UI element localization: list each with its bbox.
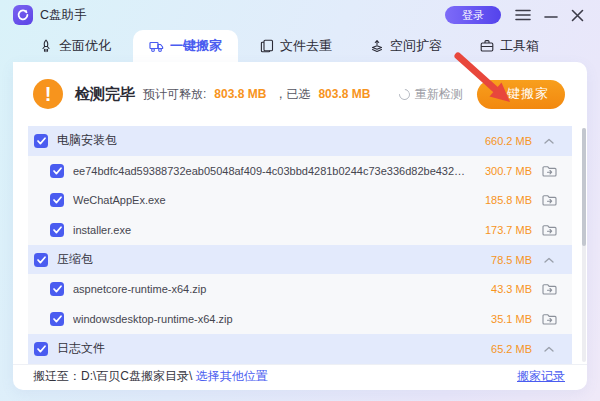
category-size: 660.2 MB — [468, 135, 532, 147]
file-name: windowsdesktop-runtime-x64.zip — [73, 313, 468, 325]
file-size: 185.8 MB — [468, 194, 532, 206]
file-row[interactable]: installer.exe 173.7 MB — [28, 215, 572, 245]
main-panel: ! 检测完毕 预计可释放: 803.8 MB ，已选 803.8 MB 重新检测… — [13, 62, 587, 390]
category-row[interactable]: 压缩包 78.5 MB — [28, 245, 572, 275]
scan-status: 检测完毕 — [75, 85, 135, 104]
expand-icon — [370, 39, 384, 53]
file-name: WeChatAppEx.exe — [73, 194, 468, 206]
app-logo-icon — [13, 5, 33, 25]
file-name: aspnetcore-runtime-x64.zip — [73, 283, 468, 295]
app-title: C盘助手 — [40, 7, 87, 24]
file-row[interactable]: windowsdesktop-runtime-x64.zip 35.1 MB — [28, 304, 572, 334]
checkbox-checked[interactable] — [50, 223, 64, 237]
dedupe-doc-icon — [260, 39, 274, 53]
selected-label: ，已选 — [274, 86, 310, 103]
category-size: 65.2 MB — [468, 343, 532, 355]
move-history-link[interactable]: 搬家记录 — [517, 369, 565, 383]
chevron-up-icon[interactable] — [532, 346, 566, 352]
one-key-move-button[interactable]: 一键搬家 — [477, 80, 565, 109]
checkbox-checked[interactable] — [34, 342, 48, 356]
tab-toolbox[interactable]: 工具箱 — [464, 30, 555, 62]
open-folder-icon[interactable] — [532, 224, 566, 236]
minimize-button[interactable] — [544, 9, 558, 21]
file-size: 43.3 MB — [468, 283, 532, 295]
category-label: 压缩包 — [57, 251, 468, 268]
recheck-button[interactable]: 重新检测 — [399, 86, 463, 103]
category-size: 78.5 MB — [468, 254, 532, 266]
tab-label: 文件去重 — [280, 37, 332, 55]
file-row[interactable]: ee74bdfc4ad59388732eab05048af409-4c03bbd… — [28, 156, 572, 186]
selected-size: 803.8 MB — [318, 87, 370, 101]
tab-full-optimize[interactable]: 全面优化 — [23, 30, 127, 62]
tab-label: 一键搬家 — [170, 37, 222, 55]
releasable-size: 803.8 MB — [214, 87, 266, 101]
menu-icon[interactable] — [515, 9, 531, 21]
refresh-icon — [397, 86, 412, 101]
checkbox-checked[interactable] — [34, 134, 48, 148]
file-name: ee74bdfc4ad59388732eab05048af409-4c03bbd… — [73, 165, 468, 177]
toolbox-icon — [480, 39, 494, 53]
category-label: 电脑安装包 — [57, 132, 468, 149]
checkbox-checked[interactable] — [50, 193, 64, 207]
file-size: 300.7 MB — [468, 165, 532, 177]
target-path: D:\百贝C盘搬家目录\ — [81, 368, 192, 385]
open-folder-icon[interactable] — [532, 194, 566, 206]
tab-label: 工具箱 — [500, 37, 539, 55]
category-row[interactable]: 电脑安装包 660.2 MB — [28, 126, 572, 156]
scan-result-header: ! 检测完毕 预计可释放: 803.8 MB ，已选 803.8 MB 重新检测… — [13, 62, 587, 126]
warning-icon: ! — [33, 79, 63, 109]
checkbox-checked[interactable] — [50, 282, 64, 296]
footer: 搬迁至： D:\百贝C盘搬家目录\ 选择其他位置 搬家记录 — [13, 364, 587, 390]
releasable-label: 预计可释放: — [143, 86, 206, 103]
checkbox-checked[interactable] — [50, 312, 64, 326]
scrollbar[interactable] — [582, 128, 586, 362]
login-button[interactable]: 登录 — [445, 6, 501, 24]
app-window: C盘助手 登录 全面优化 一键搬家 文件去 — [0, 0, 600, 401]
rocket-icon — [39, 39, 53, 53]
file-size: 173.7 MB — [468, 224, 532, 236]
file-size: 35.1 MB — [468, 313, 532, 325]
scrollbar-thumb[interactable] — [582, 128, 586, 246]
tab-space-expand[interactable]: 空间扩容 — [354, 30, 458, 62]
choose-other-location-link[interactable]: 选择其他位置 — [196, 368, 268, 385]
chevron-up-icon[interactable] — [532, 257, 566, 263]
open-folder-icon[interactable] — [532, 283, 566, 295]
open-folder-icon[interactable] — [532, 165, 566, 177]
open-folder-icon[interactable] — [532, 313, 566, 325]
tab-one-key-move[interactable]: 一键搬家 — [133, 30, 238, 62]
tab-bar: 全面优化 一键搬家 文件去重 空间扩容 工具箱 — [13, 30, 587, 62]
close-button[interactable] — [571, 9, 584, 22]
checkbox-checked[interactable] — [50, 164, 64, 178]
truck-icon — [149, 39, 164, 53]
file-row[interactable]: WeChatAppEx.exe 185.8 MB — [28, 185, 572, 215]
category-label: 日志文件 — [57, 340, 468, 357]
tab-label: 全面优化 — [59, 37, 111, 55]
recheck-label: 重新检测 — [415, 86, 463, 103]
tab-file-dedupe[interactable]: 文件去重 — [244, 30, 348, 62]
move-to-label: 搬迁至： — [33, 368, 81, 385]
cleanup-list: 电脑安装包 660.2 MB ee74bdfc4ad59388732eab050… — [28, 126, 572, 364]
checkbox-checked[interactable] — [34, 253, 48, 267]
file-row[interactable]: aspnetcore-runtime-x64.zip 43.3 MB — [28, 274, 572, 304]
titlebar: C盘助手 登录 — [0, 0, 600, 30]
tab-label: 空间扩容 — [390, 37, 442, 55]
chevron-up-icon[interactable] — [532, 138, 566, 144]
file-name: installer.exe — [73, 224, 468, 236]
category-row[interactable]: 日志文件 65.2 MB — [28, 334, 572, 364]
